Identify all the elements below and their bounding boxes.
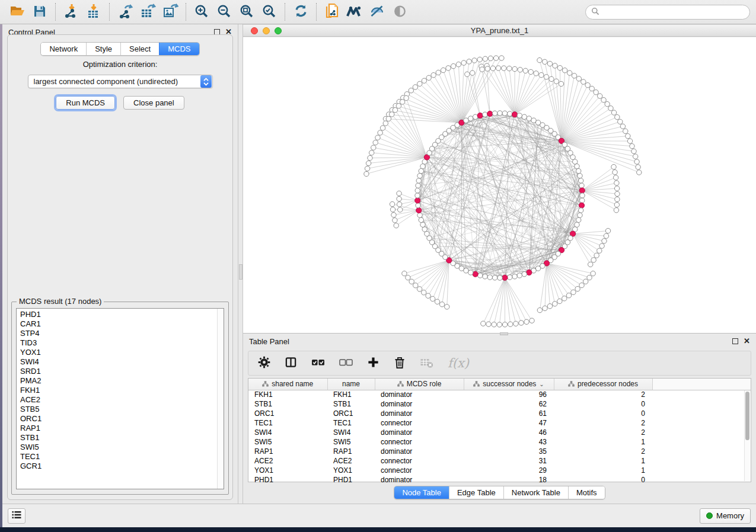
- table-settings-button[interactable]: [258, 356, 270, 370]
- result-list-item[interactable]: ORC1: [20, 414, 220, 424]
- cell-successor-nodes[interactable]: 43: [464, 437, 554, 447]
- leaf-node[interactable]: [585, 83, 590, 88]
- leaf-node[interactable]: [390, 112, 394, 117]
- leaf-node[interactable]: [508, 322, 513, 326]
- cell-name[interactable]: ACE2: [327, 456, 375, 466]
- network-graph[interactable]: [243, 37, 756, 333]
- cell-mcds-role[interactable]: connector: [375, 437, 464, 447]
- result-list-scrollbar[interactable]: [217, 309, 224, 489]
- ring-node[interactable]: [420, 222, 425, 227]
- leaf-node[interactable]: [402, 271, 407, 275]
- leaf-node[interactable]: [369, 150, 374, 155]
- cell-successor-nodes[interactable]: 61: [464, 409, 554, 418]
- tab-network-table[interactable]: Network Table: [503, 486, 568, 499]
- ring-node[interactable]: [580, 198, 585, 203]
- leaf-node[interactable]: [631, 149, 636, 153]
- import-table-button[interactable]: [82, 2, 105, 22]
- selected-mcds-node[interactable]: [512, 112, 517, 117]
- selected-mcds-node[interactable]: [579, 188, 585, 193]
- ring-node[interactable]: [487, 275, 492, 280]
- ring-node[interactable]: [416, 178, 421, 183]
- splitter-grip[interactable]: [239, 264, 243, 280]
- table-row[interactable]: FKH1FKH1dominator962: [248, 390, 751, 399]
- search-input[interactable]: [602, 8, 744, 16]
- ring-node[interactable]: [576, 168, 581, 173]
- column-header-successor-nodes[interactable]: successor nodes⌄: [464, 379, 554, 390]
- leaf-node[interactable]: [435, 299, 439, 304]
- leaf-node[interactable]: [614, 202, 619, 207]
- network-canvas[interactable]: [243, 37, 756, 333]
- criterion-dropdown[interactable]: largest connected component (undirected): [28, 75, 213, 88]
- cell-name[interactable]: RAP1: [327, 447, 375, 456]
- leaf-node[interactable]: [615, 191, 620, 196]
- leaf-node[interactable]: [507, 66, 512, 70]
- leaf-node[interactable]: [575, 286, 580, 291]
- cell-mcds-role[interactable]: dominator: [375, 428, 464, 437]
- leaf-node[interactable]: [549, 76, 554, 81]
- result-list-item[interactable]: ACE2: [20, 395, 220, 405]
- vertical-splitter[interactable]: [238, 24, 243, 504]
- result-list-item[interactable]: GCR1: [20, 462, 220, 471]
- ring-node[interactable]: [527, 116, 531, 121]
- result-list-item[interactable]: STB5: [20, 405, 220, 414]
- ring-node[interactable]: [578, 213, 582, 217]
- tab-select[interactable]: Select: [120, 43, 159, 55]
- leaf-node[interactable]: [426, 75, 431, 80]
- leaf-node[interactable]: [483, 56, 487, 61]
- leaf-node[interactable]: [614, 181, 619, 185]
- show-column-button[interactable]: [285, 356, 297, 370]
- leaf-node[interactable]: [451, 63, 455, 68]
- leaf-node[interactable]: [371, 145, 376, 150]
- cell-predecessor-nodes[interactable]: 2: [554, 428, 652, 437]
- leaf-node[interactable]: [576, 76, 581, 81]
- zoom-in-button[interactable]: [190, 2, 213, 22]
- selected-mcds-node[interactable]: [502, 275, 508, 280]
- selected-mcds-node[interactable]: [473, 271, 478, 277]
- column-header-mcds-role[interactable]: MCDS role: [375, 379, 464, 390]
- leaf-node[interactable]: [431, 73, 436, 78]
- network-search-box[interactable]: [585, 5, 750, 20]
- leaf-node[interactable]: [537, 307, 542, 312]
- selected-mcds-node[interactable]: [416, 207, 422, 213]
- cell-predecessor-nodes[interactable]: 2: [554, 390, 652, 399]
- tab-motifs[interactable]: Motifs: [568, 486, 605, 499]
- leaf-node[interactable]: [456, 62, 461, 66]
- leaf-node[interactable]: [623, 129, 628, 133]
- result-list-item[interactable]: TEC1: [20, 452, 220, 462]
- cell-successor-nodes[interactable]: 62: [464, 399, 554, 409]
- leaf-node[interactable]: [614, 186, 619, 191]
- leaf-node[interactable]: [409, 88, 413, 93]
- leaf-node[interactable]: [397, 191, 401, 196]
- leaf-node[interactable]: [397, 202, 401, 207]
- leaf-node[interactable]: [602, 239, 607, 243]
- cell-mcds-role[interactable]: dominator: [375, 409, 464, 418]
- cell-name[interactable]: SWI5: [327, 437, 375, 447]
- result-list-item[interactable]: STP4: [20, 329, 220, 338]
- leaf-node[interactable]: [422, 78, 426, 83]
- ring-node[interactable]: [468, 270, 473, 275]
- ring-node[interactable]: [483, 112, 487, 117]
- leaf-node[interactable]: [413, 283, 418, 288]
- table-row[interactable]: STB1STB1dominator620: [248, 399, 751, 409]
- leaf-node[interactable]: [485, 66, 490, 71]
- leaf-node[interactable]: [637, 170, 642, 175]
- leaf-node[interactable]: [441, 68, 445, 72]
- leaf-node[interactable]: [391, 213, 396, 217]
- cell-predecessor-nodes[interactable]: 0: [554, 399, 652, 409]
- cell-successor-nodes[interactable]: 47: [464, 418, 554, 428]
- leaf-node[interactable]: [591, 271, 595, 275]
- cell-shared-name[interactable]: STB1: [248, 399, 327, 409]
- table-row[interactable]: TEC1TEC1connector472: [248, 418, 751, 428]
- ring-node[interactable]: [419, 168, 423, 173]
- ring-node[interactable]: [417, 213, 422, 217]
- leaf-node[interactable]: [557, 299, 562, 303]
- leaf-node[interactable]: [513, 321, 518, 326]
- ring-node[interactable]: [422, 227, 427, 232]
- ring-node[interactable]: [497, 275, 502, 280]
- leaf-node[interactable]: [397, 196, 401, 201]
- ring-node[interactable]: [420, 164, 425, 169]
- leaf-node[interactable]: [496, 66, 500, 70]
- leaf-node[interactable]: [562, 68, 567, 73]
- leaf-node[interactable]: [393, 108, 397, 113]
- leaf-node[interactable]: [528, 69, 533, 74]
